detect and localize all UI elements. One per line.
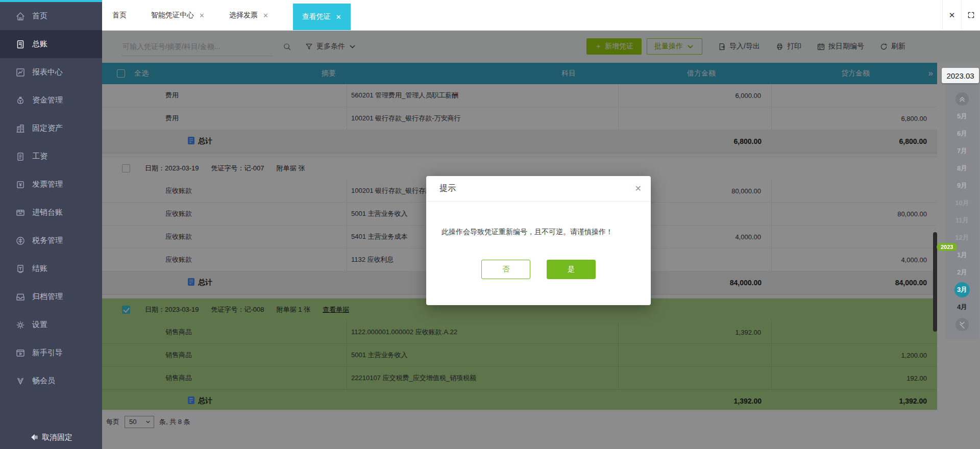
unpin-icon (30, 433, 39, 442)
main-content: 更多条件 ＋ 新增凭证 批量操作 导入/导出 打印 按日期编 (102, 30, 980, 449)
sidebar-item-archive-management[interactable]: 归档管理 (0, 283, 102, 311)
settings-icon (15, 320, 26, 330)
sidebar-item-label: 总账 (32, 39, 47, 49)
sidebar-item-label: 报表中心 (32, 67, 63, 77)
inout-icon (15, 208, 26, 218)
rail-month-9月[interactable]: 9月 (945, 177, 979, 194)
sidebar-item-label: 发票管理 (32, 180, 63, 189)
sidebar-nav: 首页 总账 报表中心 资金管理 固定资产 工资 发票管理 进销台账 税务管理 结… (0, 2, 102, 395)
fullscreen-button[interactable] (961, 0, 980, 30)
fund-icon (15, 95, 26, 106)
closing-icon (15, 264, 26, 274)
tab-label: 选择发票 (229, 11, 258, 20)
sidebar-item-fund-management[interactable]: 资金管理 (0, 86, 102, 114)
sidebar-item-label: 归档管理 (32, 292, 63, 302)
sidebar-item-label: 资金管理 (32, 95, 63, 105)
app-window: 首页 总账 报表中心 资金管理 固定资产 工资 发票管理 进销台账 税务管理 结… (0, 0, 980, 449)
home-icon (15, 11, 26, 21)
report-icon (15, 67, 26, 78)
sidebar: 首页 总账 报表中心 资金管理 固定资产 工资 发票管理 进销台账 税务管理 结… (0, 0, 102, 449)
year-pill: 2023 (937, 243, 957, 251)
ledger-icon (15, 39, 26, 49)
dialog-message: 此操作会导致凭证重新编号，且不可逆。请谨慎操作！ (426, 202, 651, 237)
salary-icon (15, 152, 26, 162)
sidebar-item-vip[interactable]: 畅会员 (0, 367, 102, 395)
guide-icon (15, 348, 26, 358)
sidebar-item-closing[interactable]: 结账 (0, 255, 102, 283)
sidebar-item-salary[interactable]: 工资 (0, 142, 102, 170)
sidebar-item-label: 首页 (32, 11, 47, 21)
tax-icon (15, 236, 26, 246)
sidebar-item-general-ledger[interactable]: 总账 (0, 30, 102, 58)
asset-icon (15, 123, 26, 134)
sidebar-item-fixed-assets[interactable]: 固定资产 (0, 114, 102, 142)
tab-label: 查看凭证 (302, 12, 331, 21)
rail-month-5月[interactable]: 5月 (945, 108, 979, 125)
tab-智能凭证中心[interactable]: 智能凭证中心✕ (151, 1, 205, 30)
vip-icon (15, 376, 26, 386)
rail-month-6月[interactable]: 6月 (945, 125, 979, 142)
sidebar-item-invoice-management[interactable]: 发票管理 (0, 170, 102, 198)
dialog-buttons: 否 是 (426, 260, 651, 279)
tab-首页[interactable]: 首页 (112, 1, 127, 30)
sidebar-item-home[interactable]: 首页 (0, 2, 102, 30)
sidebar-item-purchase-sale-ledger[interactable]: 进销台账 (0, 198, 102, 227)
close-icon: ✕ (949, 11, 955, 20)
rail-scroll-up-icon[interactable] (955, 92, 969, 106)
rail-scroll-down-icon[interactable] (955, 318, 969, 331)
window-controls: ✕ (942, 0, 980, 30)
rail-month-7月[interactable]: 7月 (945, 142, 979, 160)
rail-month-8月[interactable]: 8月 (945, 160, 979, 177)
tab-close-icon[interactable]: ✕ (263, 12, 268, 19)
close-window-button[interactable]: ✕ (942, 0, 961, 30)
tab-label: 智能凭证中心 (151, 11, 194, 20)
dialog-title: 提示 (439, 183, 456, 194)
sidebar-item-settings[interactable]: 设置 (0, 311, 102, 339)
sidebar-item-label: 税务管理 (32, 236, 63, 245)
sidebar-item-label: 新手引导 (32, 348, 63, 358)
archive-icon (15, 292, 26, 302)
rail-month-3月[interactable]: 3月 (945, 281, 979, 298)
dialog-no-button[interactable]: 否 (481, 260, 530, 279)
sidebar-item-label: 畅会员 (32, 376, 55, 386)
sidebar-item-label: 固定资产 (32, 123, 63, 133)
dialog-close-icon[interactable]: ✕ (635, 184, 642, 193)
tab-查看凭证[interactable]: 查看凭证✕ (293, 4, 351, 30)
sidebar-item-label: 工资 (32, 152, 47, 161)
sidebar-item-label: 结账 (32, 264, 47, 273)
current-period-chip: 2023.03 (942, 68, 979, 83)
sidebar-item-label: 设置 (32, 320, 47, 330)
tab-选择发票[interactable]: 选择发票✕ (229, 1, 268, 30)
sidebar-unpin-button[interactable]: 取消固定 (0, 427, 102, 448)
rail-month-10月[interactable]: 10月 (945, 194, 979, 212)
sidebar-item-beginner-guide[interactable]: 新手引导 (0, 339, 102, 367)
tabs: 首页智能凭证中心✕选择发票✕查看凭证✕ (112, 0, 351, 30)
sidebar-item-label: 进销台账 (32, 208, 63, 217)
sidebar-item-report-center[interactable]: 报表中心 (0, 58, 102, 86)
tab-bar: 首页智能凭证中心✕选择发票✕查看凭证✕ ✕ (102, 0, 980, 31)
tab-label: 首页 (112, 11, 127, 20)
rail-month-2月[interactable]: 2月 (945, 264, 979, 281)
confirm-dialog: 提示 ✕ 此操作会导致凭证重新编号，且不可逆。请谨慎操作！ 否 是 (426, 176, 651, 305)
sidebar-unpin-label: 取消固定 (42, 433, 72, 442)
month-list: 2023 5月6月7月8月9月10月11月12月1月2月3月4月 (945, 83, 979, 339)
dialog-yes-button[interactable]: 是 (547, 260, 596, 279)
fullscreen-icon (967, 11, 975, 19)
invoice-icon (15, 180, 26, 190)
rail-month-11月[interactable]: 11月 (945, 212, 979, 229)
tab-close-icon[interactable]: ✕ (336, 13, 341, 21)
rail-month-4月[interactable]: 4月 (945, 298, 979, 316)
sidebar-item-tax-management[interactable]: 税务管理 (0, 227, 102, 255)
tab-close-icon[interactable]: ✕ (199, 12, 205, 19)
dialog-header: 提示 ✕ (426, 176, 651, 202)
